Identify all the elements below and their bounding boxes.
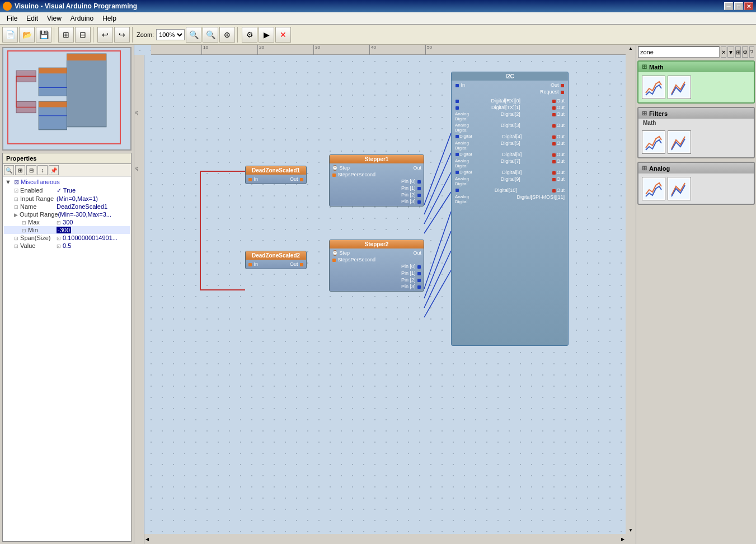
zoom-fit-button[interactable]: ⊕ xyxy=(219,27,235,43)
grid-button[interactable]: ⊞ xyxy=(58,27,74,43)
menu-arduino[interactable]: Arduino xyxy=(66,13,98,24)
filter-comp-2[interactable] xyxy=(668,130,691,154)
undo-button[interactable]: ↩ xyxy=(97,27,113,43)
node-stepper2[interactable]: Stepper2 ⌚ Step Out St xyxy=(329,240,424,292)
prop-enabled-val[interactable]: ✓ True xyxy=(57,187,76,194)
props-pin-button[interactable]: 📌 xyxy=(49,165,59,175)
menu-file[interactable]: File xyxy=(2,13,22,24)
node-deadzonescaled2[interactable]: DeadZoneScaled2 In Out xyxy=(245,251,307,269)
scroll-bottom-right[interactable]: ▶ xyxy=(621,537,624,542)
filter-comp-1[interactable] xyxy=(642,130,665,154)
props-search-button[interactable]: 🔍 xyxy=(4,165,14,175)
expand-icon[interactable]: ▼ xyxy=(5,179,11,185)
math-comp-1[interactable] xyxy=(642,76,665,99)
prop-enabled-key: ☑ Enabled xyxy=(6,187,57,194)
scroll-right-up[interactable]: ▲ xyxy=(628,46,633,51)
props-collapse-button[interactable]: ⊟ xyxy=(26,165,36,175)
stepper1-sps-row: StepsPerSecond xyxy=(331,171,422,178)
analog-comp-1[interactable] xyxy=(642,177,665,200)
i2c-analog-1: AnalogDigital Digital[2] Out xyxy=(454,111,566,122)
pin-d8-label: Digital[8] xyxy=(502,170,522,175)
port-dot-pin3-1 xyxy=(417,200,421,204)
search-clear-btn[interactable]: ✕ xyxy=(721,46,726,58)
upload-button[interactable]: ▶ xyxy=(259,27,274,43)
node-deadzonescaled1[interactable]: DeadZoneScaled1 In Out xyxy=(245,166,307,184)
close-button[interactable]: ✕ xyxy=(744,2,753,10)
maximize-button[interactable]: □ xyxy=(734,2,743,10)
scroll-bottom-left[interactable]: ◀ xyxy=(145,537,149,542)
svg-rect-6 xyxy=(39,102,67,107)
search-settings-btn[interactable]: ⚙ xyxy=(742,46,748,58)
redo-button[interactable]: ↪ xyxy=(114,27,130,43)
analog-comp-2[interactable] xyxy=(668,177,691,200)
zoom-out-button[interactable]: 🔍 xyxy=(203,27,218,43)
node-i2c[interactable]: I2C In Out xyxy=(451,72,569,346)
minimap[interactable] xyxy=(2,47,132,151)
port-deadzone1-out: Out xyxy=(290,176,304,182)
prop-input-range-key: ⊡ Input Range xyxy=(6,195,57,202)
prop-input-range-val[interactable]: (Min=0,Max=1) xyxy=(57,195,98,202)
filters-group-label: Filters xyxy=(649,110,668,117)
svg-rect-4 xyxy=(39,68,67,73)
prop-span-val[interactable]: ⊡ 0.1000000014901... xyxy=(57,235,118,241)
props-expand-button[interactable]: ⊞ xyxy=(15,165,25,175)
port-stepper2-pin1: Pin [1] xyxy=(401,270,421,276)
prop-max-val[interactable]: ⊡ 300 xyxy=(57,219,73,226)
open-button[interactable]: 📂 xyxy=(19,27,35,43)
port-dot-pin0-2 xyxy=(417,265,421,269)
pin-rx-out: Out xyxy=(552,98,565,104)
svg-line-18 xyxy=(424,192,451,233)
math-icons xyxy=(638,72,754,102)
search-filter-btn[interactable]: ▼ xyxy=(727,46,734,58)
pin-d6-out: Out xyxy=(552,152,565,157)
menu-edit[interactable]: Edit xyxy=(22,13,43,24)
dot-out-d4 xyxy=(552,135,556,139)
pin-tx-label: Digital[TX][1] xyxy=(491,105,520,110)
pin-analog-tx xyxy=(455,105,459,110)
math-comp-2[interactable] xyxy=(668,76,691,99)
analog-label-5: AnalogDigital xyxy=(455,176,469,186)
canvas-scroll-bottom[interactable]: ◀ ▶ xyxy=(144,534,626,544)
component-search-input[interactable] xyxy=(638,46,720,58)
canvas-area[interactable]: 10 20 30 40 50 -5 -6 DeadZoneScaled1 In xyxy=(134,45,636,544)
stop-button[interactable]: ✕ xyxy=(275,27,291,43)
ruler-tick-50: 50 xyxy=(425,45,432,55)
pin-tx-out: Out xyxy=(552,105,565,110)
i2c-pin-d8: Digital Digital[8] Out xyxy=(454,169,566,176)
prop-value-val[interactable]: ⊡ 0.5 xyxy=(57,242,71,249)
component-group-filters: ⊞ Filters Math xyxy=(637,107,755,158)
group-icon: ⊠ xyxy=(14,179,19,185)
prop-min-val[interactable]: -300 xyxy=(57,227,71,233)
canvas-scroll-right[interactable]: ▲ ▼ xyxy=(626,45,636,534)
digital-label-d6: Digital xyxy=(455,152,472,157)
stepper2-pin0-row: Pin [0] xyxy=(331,263,422,270)
dot-out-d3 xyxy=(552,124,556,128)
port-dot-request xyxy=(561,91,564,94)
pin-d5-out: Out xyxy=(552,140,565,151)
zoom-select[interactable]: 100% 50% 75% 125% 150% xyxy=(156,29,185,40)
pin-d8-out: Out xyxy=(552,170,565,175)
minimize-button[interactable]: ─ xyxy=(724,2,733,10)
props-sort-button[interactable]: ↕ xyxy=(37,165,48,175)
search-go-btn[interactable]: ⊞ xyxy=(735,46,741,58)
svg-line-19 xyxy=(424,212,451,289)
node-stepper1[interactable]: Stepper1 ⌚ Step Out St xyxy=(329,154,424,207)
dot-d4 xyxy=(456,135,459,138)
save-button[interactable]: 💾 xyxy=(36,27,51,43)
compile-button[interactable]: ⚙ xyxy=(242,27,257,43)
properties-title: Properties xyxy=(6,155,36,162)
search-help-btn[interactable]: ? xyxy=(749,46,754,58)
i2c-analog-6: AnalogDigital Digital[SPI-MOSI][11] xyxy=(454,194,566,205)
scroll-right-down[interactable]: ▼ xyxy=(628,528,633,533)
analog-icons xyxy=(638,173,754,204)
menu-view[interactable]: View xyxy=(43,13,66,24)
prop-output-range-val[interactable]: (Min=-300,Max=3... xyxy=(58,211,111,218)
port-dot-pin1-1 xyxy=(417,187,421,190)
zoom-in-button[interactable]: 🔍 xyxy=(186,27,201,43)
port-dot-i2c-in xyxy=(456,84,459,87)
new-button[interactable]: 📄 xyxy=(2,27,18,43)
snap-button[interactable]: ⊟ xyxy=(75,27,91,43)
menu-help[interactable]: Help xyxy=(98,13,121,24)
prop-name-val[interactable]: DeadZoneScaled1 xyxy=(57,203,107,210)
stepper1-pin0-row: Pin [0] xyxy=(331,178,422,185)
